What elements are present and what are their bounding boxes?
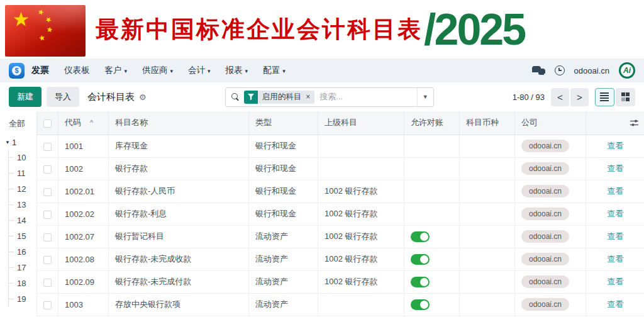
reconcile-cell bbox=[404, 293, 460, 316]
search-panel-item[interactable]: 13 bbox=[9, 197, 36, 213]
nav-item[interactable]: 会计▾ bbox=[188, 65, 211, 76]
row-checkbox[interactable] bbox=[43, 279, 52, 287]
account-code: 1002.08 bbox=[58, 248, 109, 270]
kanban-view-icon bbox=[621, 92, 630, 101]
kanban-view-button[interactable] bbox=[616, 88, 635, 106]
view-button[interactable]: 查看 bbox=[607, 164, 623, 173]
currency-cell bbox=[460, 157, 515, 180]
column-header-reconcile[interactable]: 允许对账 bbox=[404, 111, 460, 135]
nav-item[interactable]: 供应商▾ bbox=[142, 65, 173, 76]
pager-next-button[interactable]: > bbox=[570, 88, 589, 106]
activities-clock-icon[interactable] bbox=[555, 65, 565, 75]
table-row[interactable]: 1002.07银行暂记科目流动资产1002 银行存款odooai.cn查看 bbox=[37, 225, 644, 248]
view-button[interactable]: 查看 bbox=[607, 277, 623, 286]
parent-account: 1002 银行存款 bbox=[318, 248, 404, 270]
nav-item[interactable]: 报表▾ bbox=[226, 65, 248, 76]
nav-item[interactable]: 客户▾ bbox=[105, 65, 128, 76]
column-header-type[interactable]: 类型 bbox=[249, 111, 318, 135]
row-checkbox[interactable] bbox=[43, 301, 52, 309]
row-checkbox[interactable] bbox=[43, 188, 52, 196]
view-button[interactable]: 查看 bbox=[607, 141, 623, 150]
account-type: 流动资产 bbox=[249, 293, 318, 316]
company-cell: odooai.cn bbox=[515, 157, 586, 180]
import-button[interactable]: 导入 bbox=[47, 87, 79, 107]
currency-cell bbox=[460, 270, 515, 293]
account-name: 存放中央银行款项 bbox=[109, 293, 249, 316]
odooai-logo[interactable]: Ai bbox=[619, 62, 635, 79]
table-row[interactable]: 1002.08银行存款-未完成收款流动资产1002 银行存款odooai.cn查… bbox=[37, 248, 644, 270]
search-panel-item[interactable]: 16 bbox=[9, 244, 36, 260]
chevron-down-icon: ▾ bbox=[245, 68, 248, 74]
table-row[interactable]: 1003存放中央银行款项流动资产odooai.cn查看 bbox=[37, 293, 644, 316]
row-checkbox[interactable] bbox=[43, 143, 52, 151]
nav-item[interactable]: 配置▾ bbox=[263, 65, 286, 76]
company-cell: odooai.cn bbox=[515, 270, 586, 293]
column-header-currency[interactable]: 科目币种 bbox=[460, 111, 515, 135]
view-button[interactable]: 查看 bbox=[607, 186, 623, 196]
account-name: 库存现金 bbox=[109, 135, 249, 157]
search-panel-item[interactable]: 18 bbox=[9, 275, 36, 291]
account-code: 1002.09 bbox=[58, 270, 109, 293]
nav-app-name[interactable]: 发票 bbox=[31, 65, 49, 76]
company-badge: odooai.cn bbox=[521, 230, 569, 243]
facet-remove-icon[interactable]: × bbox=[306, 92, 310, 101]
table-row[interactable]: 1002.02银行存款-利息银行和现金1002 银行存款odooai.cn查看 bbox=[37, 203, 644, 225]
action-gear-icon[interactable]: ⚙ bbox=[139, 92, 147, 102]
user-company-label[interactable]: odooai.cn bbox=[574, 66, 609, 75]
new-button[interactable]: 新建 bbox=[9, 87, 42, 107]
search-panel-item[interactable]: 15 bbox=[9, 228, 36, 244]
invoicing-app-icon[interactable]: $ bbox=[9, 63, 25, 79]
column-header-company[interactable]: 公司 bbox=[515, 111, 586, 135]
search-panel-item[interactable]: 17 bbox=[9, 260, 36, 275]
search-panel-all[interactable]: 全部 bbox=[0, 118, 36, 135]
filter-facet[interactable]: 启用的科目 × bbox=[244, 91, 315, 104]
search-input[interactable]: 启用的科目 × 搜索... ▼ bbox=[225, 87, 434, 107]
search-panel-root[interactable]: ▼ 1 bbox=[0, 135, 36, 150]
table-row[interactable]: 1002银行存款银行和现金odooai.cn查看 bbox=[37, 157, 644, 180]
pager-prev-button[interactable]: < bbox=[551, 88, 569, 106]
search-panel-item[interactable]: 10 bbox=[9, 150, 36, 165]
view-button[interactable]: 查看 bbox=[607, 299, 623, 309]
messages-icon[interactable] bbox=[532, 66, 545, 75]
select-all-checkbox[interactable] bbox=[43, 119, 52, 128]
view-button[interactable]: 查看 bbox=[607, 231, 623, 241]
view-button[interactable]: 查看 bbox=[607, 254, 623, 264]
pager-area: 1-80 / 93 < > bbox=[513, 88, 635, 106]
reconcile-cell bbox=[404, 225, 460, 248]
table-row[interactable]: 1002.01银行存款-人民币银行和现金1002 银行存款odooai.cn查看 bbox=[37, 180, 644, 203]
optional-columns-icon[interactable] bbox=[630, 119, 638, 129]
reconcile-toggle-on[interactable] bbox=[411, 231, 430, 242]
search-panel-item[interactable]: 19 bbox=[9, 291, 36, 307]
row-checkbox[interactable] bbox=[43, 256, 52, 264]
column-header-code[interactable]: 代码^ bbox=[58, 111, 109, 135]
search-dropdown-caret-icon[interactable]: ▼ bbox=[417, 88, 433, 106]
column-header-parent[interactable]: 上级科目 bbox=[318, 111, 404, 135]
search-panel-item[interactable]: 11 bbox=[9, 165, 36, 181]
reconcile-toggle-on[interactable] bbox=[411, 254, 430, 265]
row-checkbox[interactable] bbox=[43, 233, 52, 242]
breadcrumb: 会计科目表 ⚙ bbox=[87, 91, 147, 103]
reconcile-cell bbox=[404, 180, 460, 203]
reconcile-toggle-on[interactable] bbox=[411, 299, 430, 310]
account-type: 银行和现金 bbox=[249, 135, 318, 157]
row-checkbox[interactable] bbox=[43, 211, 52, 219]
chevron-down-icon: ▾ bbox=[125, 68, 128, 74]
list-view-button[interactable] bbox=[595, 88, 614, 106]
reconcile-toggle-on[interactable] bbox=[411, 277, 430, 287]
pager-range: 1-80 / 93 bbox=[513, 92, 545, 102]
table-row[interactable]: 1001库存现金银行和现金odooai.cn查看 bbox=[37, 135, 644, 157]
search-panel-item[interactable]: 14 bbox=[9, 213, 36, 228]
account-name: 银行存款-人民币 bbox=[109, 180, 249, 203]
account-type: 流动资产 bbox=[249, 225, 318, 248]
flag-small-star-icon: ★ bbox=[37, 8, 45, 17]
navbar-right: odooai.cn Ai bbox=[532, 62, 635, 79]
row-checkbox[interactable] bbox=[43, 165, 52, 174]
china-flag-image: ★ ★ ★ ★ ★ bbox=[5, 5, 86, 57]
table-row[interactable]: 1002.09银行存款-未完成付款流动资产1002 银行存款odooai.cn查… bbox=[37, 270, 644, 293]
view-button[interactable]: 查看 bbox=[607, 209, 623, 218]
nav-item[interactable]: 仪表板 bbox=[64, 65, 90, 76]
parent-account bbox=[318, 293, 404, 316]
column-header-name[interactable]: 科目名称 bbox=[109, 111, 249, 135]
search-panel-item[interactable]: 12 bbox=[9, 181, 36, 197]
table-header-row: 代码^ 科目名称 类型 上级科目 允许对账 科目币种 公司 bbox=[37, 111, 644, 135]
